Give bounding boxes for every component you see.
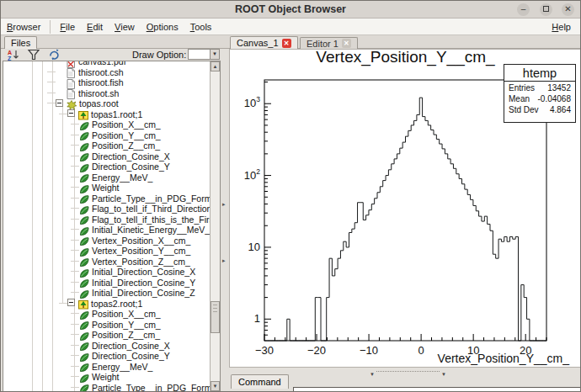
menu-edit[interactable]: Edit [81,20,109,34]
tree-item[interactable]: thisroot.csh [3,66,210,77]
scroll-up-icon[interactable]: ▲ [211,61,220,72]
tree-item[interactable]: Energy__MeV_ [3,172,210,183]
menu-browser[interactable]: Browser [1,20,46,34]
tree-item[interactable]: Energy__MeV_ [3,361,210,372]
tree-item[interactable]: Position_Y__cm_ [3,319,210,330]
sort-alpha-icon[interactable]: A Z [7,49,20,61]
leaf-icon [79,193,89,203]
leaf-icon [79,340,89,350]
draw-option-label: Draw Option: [132,50,186,60]
refresh-icon[interactable] [48,49,61,61]
leaf-icon [79,319,89,329]
tree-item-label: Position_Z__cm_ [92,140,160,151]
splitter-arrow-icon[interactable]: ▸ [222,257,226,264]
tree-item-label: Flag_to_tell_if_this_is_the_First_Scored… [92,215,221,225]
close-icon[interactable]: ✕ [562,3,574,16]
tree-item-label: Initial_Direction_Cosine_Y [92,278,195,288]
tree-connector [71,271,79,272]
tree-item[interactable]: Position_X__cm_ [3,119,210,130]
draw-option-combobox[interactable]: ▼ [188,49,220,60]
collapse-icon[interactable] [67,299,75,306]
ttree-icon [78,109,88,119]
tree-item[interactable]: Flag_to_tell_if_this_is_the_First_Scored… [3,214,210,225]
tree-item[interactable]: Direction_Cosine_X [3,151,210,162]
command-panel: ▼ ▼ Command [221,368,581,392]
file-icon [66,77,76,87]
tree-item[interactable]: Position_Z__cm_ [3,140,210,151]
tree-item[interactable]: Initial_Direction_Cosine_X [3,266,210,277]
draw-option-input[interactable] [189,50,211,59]
tree-item-label: Initial_Direction_Cosine_X [92,267,195,277]
tree-item[interactable]: Initial_Direction_Cosine_Z [3,287,210,298]
scroll-down-icon[interactable]: ▼ [211,381,220,391]
menu-tools[interactable]: Tools [184,20,218,34]
files-tree[interactable]: canvas1.pdfthisroot.cshthisroot.fishthis… [3,61,221,392]
leaf-icon [79,119,89,130]
splitter-arrow-icon[interactable]: ▸ [222,201,226,208]
tab-command[interactable]: Command [231,374,289,389]
tree-item[interactable]: Vertex_Position_Y__cm_ [3,245,210,256]
chevron-down-icon[interactable]: ▼ [210,50,219,59]
tree-item[interactable]: thisroot.sh [3,87,210,98]
tree-item[interactable]: Weight [3,182,210,193]
menu-file[interactable]: File [54,20,81,34]
tree-item-label: thisroot.fish [78,77,124,87]
command-input[interactable] [293,387,581,392]
tree-item-label: Energy__MeV_ [92,172,152,183]
tree-item[interactable]: Initial_Direction_Cosine_Y [3,277,210,288]
tree-item[interactable]: Direction_Cosine_Y [3,161,210,172]
tree-item-label: Flag_to_tell_if_Third_Direction_Cosine_i… [92,204,221,214]
tree-item[interactable]: topas1.root;1 [3,109,210,119]
menu-options[interactable]: Options [141,20,184,34]
plot-title: Vertex_Position_Y__cm_ [316,50,495,66]
tree-item[interactable]: Flag_to_tell_if_Third_Direction_Cosine_i… [3,203,210,214]
collapse-icon[interactable] [56,99,63,107]
tree-item[interactable]: Direction_Cosine_X [3,340,210,351]
editor-tab-close-icon[interactable]: ✕ [342,39,351,48]
panel-splitter[interactable]: ▸ ▸ [221,49,229,392]
leaf-icon [79,151,89,161]
tree-item[interactable]: topas2.root;1 [3,298,210,309]
filter-funnel-icon[interactable] [27,49,40,61]
tree-item[interactable]: thisroot.fish [3,77,210,87]
splitter-arrow-icon[interactable]: ▼ [370,372,375,377]
tab-editor-1[interactable]: Editor 1 ✕ [300,37,358,49]
tree-connector [71,282,79,283]
menu-view[interactable]: View [109,20,141,34]
tree-connector [47,93,56,93]
x-tick-label: −30 [255,344,274,357]
tree-scrollbar[interactable]: ▲ ▼ [210,61,220,391]
tree-item[interactable]: Initial_Kinetic_Energy__MeV_ [3,224,210,235]
splitter-arrow-icon[interactable]: ▼ [441,372,446,377]
tree-item[interactable]: topas.root [3,98,210,109]
menu-separator [50,20,51,34]
tree-item[interactable]: Weight [3,371,210,382]
tree-connector [47,61,56,61]
canvas-tab-close-icon[interactable]: ✕ [282,39,291,48]
horizontal-splitter[interactable]: ▼ ▼ [376,371,440,372]
tree-item-label: Weight [92,372,120,382]
tree-item[interactable]: Particle_Type__in_PDG_Format_ [3,193,210,204]
tab-files[interactable]: Files [4,36,37,49]
maximize-icon[interactable] [540,3,552,16]
tree-item[interactable]: Position_X__cm_ [3,308,210,319]
stats-stddev-row: Std Dev 4.864 [504,103,575,114]
canvas-1-pad[interactable]: −30−20−1001020110102103Vertex_Position_Y… [229,49,581,368]
minimize-icon[interactable]: – [517,3,530,16]
menu-help[interactable]: Help [546,20,577,34]
tree-item[interactable]: Particle_Type__in_PDG_Format_ [3,382,210,392]
rootfile-icon [67,98,77,109]
leaf-icon [79,330,89,340]
tree-item[interactable]: Vertex_Position_Z__cm_ [3,256,210,267]
tree-item[interactable]: Direction_Cosine_Y [3,350,210,361]
tree-item[interactable]: Position_Z__cm_ [3,329,210,340]
tree-item[interactable]: Position_Y__cm_ [3,130,210,140]
titlebar[interactable]: ROOT Object Browser – ✕ [1,1,580,19]
tree-item-label: Vertex_Position_Y__cm_ [92,246,190,256]
tree-scrollbar-thumb[interactable] [211,301,220,333]
tree-item[interactable]: Vertex_Position_X__cm_ [3,235,210,246]
tab-canvas-1[interactable]: Canvas_1 ✕ [230,36,298,49]
collapse-icon[interactable] [67,109,75,117]
tree-connector [71,292,79,293]
leaf-icon [79,214,89,224]
